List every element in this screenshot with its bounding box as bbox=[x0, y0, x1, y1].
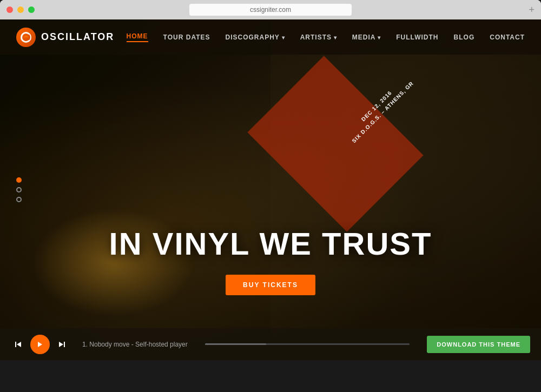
nav-item-media[interactable]: MEDIA bbox=[352, 34, 381, 41]
nav-item-tour[interactable]: TOUR DATES bbox=[163, 34, 210, 41]
browser-window: cssigniter.com + bbox=[0, 0, 541, 19]
logo-icon bbox=[16, 28, 36, 47]
maximize-button[interactable] bbox=[28, 6, 35, 13]
hero-section: OSCILLATOR HOME TOUR DATES DISCOGRAPHY A… bbox=[0, 19, 541, 360]
player-bar: 1. Nobody move - Self-hosted player DOWN… bbox=[0, 328, 541, 360]
track-info: 1. Nobody move - Self-hosted player bbox=[82, 341, 188, 348]
nav-item-blog[interactable]: BLOG bbox=[454, 34, 475, 41]
navbar: OSCILLATOR HOME TOUR DATES DISCOGRAPHY A… bbox=[0, 19, 541, 55]
minimize-button[interactable] bbox=[17, 6, 24, 13]
hero-content: IN VINYL WE TRUST BUY TICKETS bbox=[0, 225, 541, 295]
new-tab-button[interactable]: + bbox=[529, 4, 535, 16]
svg-marker-3 bbox=[38, 342, 42, 347]
slide-dot-3[interactable] bbox=[16, 197, 22, 202]
logo[interactable]: OSCILLATOR bbox=[16, 28, 114, 47]
svg-marker-5 bbox=[59, 342, 63, 347]
nav-item-fullwidth[interactable]: FULLWIDTH bbox=[396, 34, 438, 41]
close-button[interactable] bbox=[6, 6, 13, 13]
website-content: OSCILLATOR HOME TOUR DATES DISCOGRAPHY A… bbox=[0, 19, 541, 392]
download-theme-button[interactable]: DOWNLOAD THIS THEME bbox=[427, 336, 530, 353]
nav-item-home[interactable]: HOME bbox=[127, 32, 148, 42]
svg-rect-4 bbox=[64, 342, 65, 347]
slide-indicators bbox=[16, 177, 22, 202]
nav-item-artists[interactable]: ARTISTS bbox=[300, 34, 337, 41]
player-controls bbox=[11, 335, 69, 354]
buy-tickets-button[interactable]: BUY TICKETS bbox=[226, 275, 315, 295]
slide-dot-2[interactable] bbox=[16, 187, 22, 192]
logo-text: OSCILLATOR bbox=[41, 31, 114, 43]
progress-bar[interactable] bbox=[205, 343, 410, 345]
browser-titlebar: cssigniter.com + bbox=[0, 0, 541, 19]
nav-item-discography[interactable]: DISCOGRAPHY bbox=[226, 34, 285, 41]
hero-title: IN VINYL WE TRUST bbox=[0, 225, 541, 262]
svg-marker-2 bbox=[17, 342, 21, 347]
url-bar[interactable]: cssigniter.com bbox=[189, 4, 352, 16]
nav-menu: HOME TOUR DATES DISCOGRAPHY ARTISTS MEDI… bbox=[127, 32, 525, 42]
svg-rect-1 bbox=[15, 342, 16, 347]
svg-point-0 bbox=[21, 32, 31, 42]
prev-button[interactable] bbox=[11, 337, 26, 352]
slide-dot-1[interactable] bbox=[16, 177, 22, 183]
url-text: cssigniter.com bbox=[250, 6, 291, 14]
play-button[interactable] bbox=[30, 335, 50, 354]
next-button[interactable] bbox=[54, 337, 69, 352]
nav-item-contact[interactable]: CONTACT bbox=[490, 34, 525, 41]
